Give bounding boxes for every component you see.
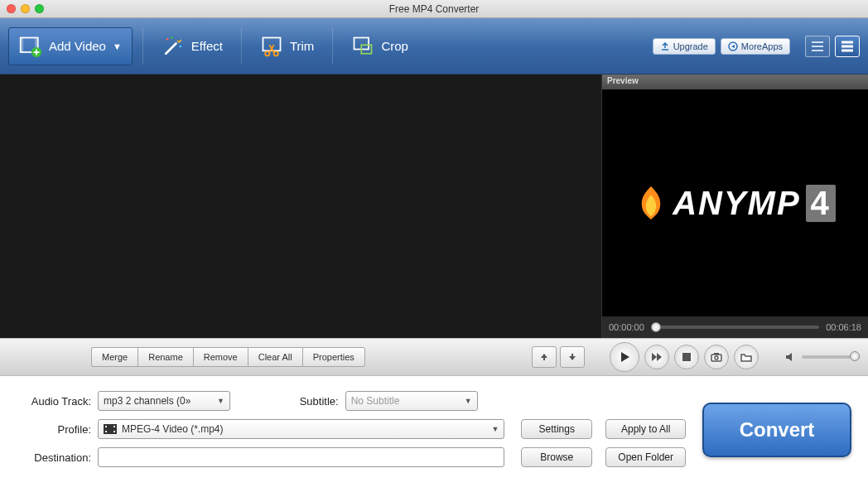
volume-knob[interactable]: [850, 351, 860, 361]
volume-slider[interactable]: [802, 355, 860, 359]
list-view-button[interactable]: [805, 36, 830, 57]
profile-select[interactable]: MPEG-4 Video (*.mp4) ▼: [98, 419, 504, 439]
upgrade-button[interactable]: Upgrade: [653, 38, 716, 55]
window-title: Free MP4 Converter: [0, 3, 868, 15]
destination-label: Destination:: [17, 451, 91, 464]
stop-button[interactable]: [674, 345, 699, 369]
svg-rect-17: [104, 424, 117, 434]
anymp4-logo: ANYMP4: [634, 183, 836, 223]
list-icon: [811, 41, 824, 52]
arrow-up-icon: [539, 352, 549, 362]
svg-point-9: [274, 51, 278, 55]
forward-button[interactable]: [644, 345, 669, 369]
svg-point-8: [265, 51, 269, 55]
control-strip: Merge Rename Remove Clear All Properties: [0, 338, 868, 376]
add-video-icon: [19, 35, 42, 58]
work-area: Preview ANYMP4 00:00:00 00:06:18: [0, 75, 868, 338]
video profile-icon: [104, 424, 117, 434]
thumbnail-view-button[interactable]: [835, 36, 860, 57]
subtitle-value: No Subtitle: [351, 395, 400, 407]
svg-point-4: [166, 37, 169, 40]
effect-label: Effect: [191, 39, 223, 53]
svg-rect-18: [105, 426, 107, 427]
settings-side-buttons: Settings Browse Apply to All Open Folder: [521, 391, 686, 467]
move-down-button[interactable]: [560, 346, 585, 368]
list-action-buttons: Merge Rename Remove Clear All Properties: [91, 347, 365, 367]
merge-button[interactable]: Merge: [91, 347, 137, 367]
separator: [332, 28, 333, 65]
properties-button[interactable]: Properties: [302, 347, 365, 367]
convert-button[interactable]: Convert: [702, 403, 851, 457]
upgrade-label: Upgrade: [673, 41, 708, 51]
more-apps-icon: [728, 41, 738, 51]
svg-rect-14: [711, 355, 721, 361]
flame-icon: [634, 183, 668, 223]
preview-pane: Preview ANYMP4 00:00:00 00:06:18: [601, 75, 868, 338]
logo-suffix: 4: [806, 185, 836, 222]
trim-icon: [260, 35, 283, 58]
stop-icon: [682, 353, 691, 361]
playback-controls: [601, 342, 868, 372]
settings-button[interactable]: Settings: [521, 419, 592, 439]
timeline-slider[interactable]: [651, 326, 819, 329]
timeline: 00:00:00 00:06:18: [601, 316, 868, 338]
open-snapshot-folder-button[interactable]: [734, 345, 759, 369]
main-toolbar: Add Video ▼ Effect Trim Crop Upgrade: [0, 18, 868, 75]
forward-icon: [651, 352, 663, 362]
speaker-icon: [785, 352, 797, 362]
reorder-buttons: [532, 346, 585, 368]
apply-to-all-button[interactable]: Apply to All: [605, 419, 686, 439]
clear-all-button[interactable]: Clear All: [248, 347, 302, 367]
remove-button[interactable]: Remove: [193, 347, 248, 367]
audio-track-select[interactable]: mp3 2 channels (0»▼: [98, 391, 230, 411]
menu-icon: [841, 41, 854, 52]
more-apps-label: MoreApps: [741, 41, 783, 51]
play-icon: [619, 351, 630, 363]
play-button[interactable]: [610, 342, 639, 372]
snapshot-button[interactable]: [704, 345, 729, 369]
folder-icon: [740, 352, 752, 362]
move-up-button[interactable]: [532, 346, 557, 368]
preview-header: Preview: [601, 75, 868, 89]
svg-rect-13: [682, 353, 691, 361]
settings-fields: Audio Track: mp3 2 channels (0»▼ Subtitl…: [17, 391, 504, 467]
camera-icon: [711, 352, 722, 362]
volume-control: [785, 352, 860, 362]
add-video-label: Add Video: [49, 39, 106, 53]
svg-point-15: [715, 356, 718, 359]
titlebar: Free MP4 Converter: [0, 0, 868, 18]
separator: [241, 28, 242, 65]
svg-point-5: [171, 36, 173, 39]
subtitle-label: Subtitle:: [264, 395, 339, 408]
video-list[interactable]: [0, 75, 601, 338]
time-current: 00:00:00: [609, 322, 644, 332]
crop-button[interactable]: Crop: [343, 30, 417, 63]
add-video-button[interactable]: Add Video ▼: [8, 27, 133, 65]
browse-button[interactable]: Browse: [521, 447, 592, 467]
preview-video: ANYMP4: [601, 89, 868, 316]
trim-button[interactable]: Trim: [252, 30, 322, 63]
crop-icon: [351, 35, 374, 58]
svg-point-6: [179, 45, 181, 47]
svg-rect-1: [21, 37, 24, 52]
chevron-down-icon: ▼: [465, 397, 472, 405]
effect-button[interactable]: Effect: [153, 30, 231, 63]
trim-label: Trim: [290, 39, 314, 53]
open-folder-button[interactable]: Open Folder: [605, 447, 686, 467]
view-mode-buttons: [805, 36, 860, 57]
time-total: 00:06:18: [826, 322, 861, 332]
chevron-down-icon: ▼: [217, 397, 224, 405]
rename-button[interactable]: Rename: [137, 347, 193, 367]
more-apps-button[interactable]: MoreApps: [721, 38, 790, 55]
chevron-down-icon: ▼: [491, 425, 499, 433]
svg-rect-20: [113, 426, 115, 427]
timeline-knob[interactable]: [651, 322, 661, 332]
profile-value: MPEG-4 Video (*.mp4): [122, 423, 224, 435]
profile-label: Profile:: [17, 423, 91, 436]
destination-input[interactable]: [98, 447, 504, 467]
crop-label: Crop: [381, 39, 408, 53]
svg-rect-16: [714, 353, 719, 355]
svg-rect-19: [105, 431, 107, 432]
settings-panel: Audio Track: mp3 2 channels (0»▼ Subtitl…: [0, 376, 868, 482]
subtitle-select[interactable]: No Subtitle▼: [345, 391, 478, 411]
